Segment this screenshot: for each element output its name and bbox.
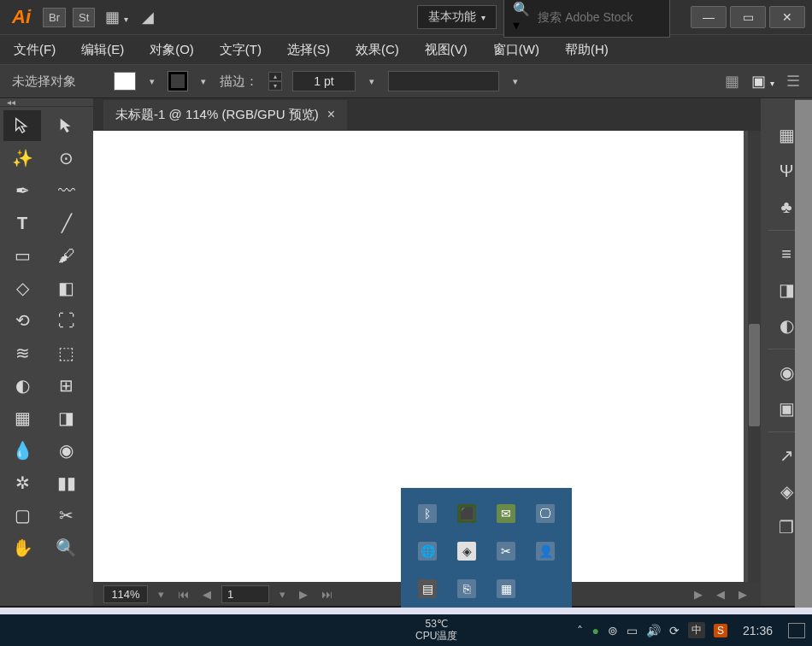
stroke-weight-dropdown[interactable]: ▾ (366, 76, 378, 87)
eraser-tool[interactable]: ◧ (48, 273, 85, 303)
stock-badge[interactable]: St (73, 8, 95, 27)
menu-edit[interactable]: 编辑(E) (76, 38, 129, 62)
shaper-tool[interactable]: ◇ (3, 273, 41, 303)
search-input[interactable] (538, 10, 661, 24)
battery-icon[interactable]: ▭ (627, 624, 638, 637)
notifications-icon[interactable] (788, 623, 805, 638)
fill-swatch[interactable] (114, 72, 136, 91)
width-tool[interactable]: ≋ (3, 338, 41, 368)
document-tab[interactable]: 未标题-1 @ 114% (RGB/GPU 预览) × (103, 100, 347, 130)
magic-wand-tool[interactable]: ✨ (3, 143, 41, 173)
sync-icon[interactable]: ⟳ (669, 624, 680, 637)
cpu-temp-widget[interactable]: 53℃ CPU温度 (403, 619, 469, 641)
lasso-tool[interactable]: ⊙ (48, 143, 85, 173)
app-tray-icon-5[interactable]: 👤 (536, 542, 555, 561)
menu-help[interactable]: 帮助(H) (560, 38, 614, 62)
artboard-tool[interactable]: ▢ (3, 500, 41, 531)
app-tray-icon-2[interactable]: 🌐 (418, 542, 437, 561)
wechat-tray-icon[interactable]: ● (591, 624, 598, 637)
rectangle-tool[interactable]: ▭ (3, 240, 41, 271)
collapse-tools-icon[interactable]: ◂◂ (7, 97, 15, 107)
menu-select[interactable]: 选择(S) (282, 38, 335, 62)
arrange-icon[interactable]: ▦ ▾ (102, 8, 132, 26)
ime-sogou[interactable]: S (714, 624, 727, 637)
ime-language[interactable]: 中 (688, 622, 705, 638)
mesh-tool[interactable]: ▦ (3, 402, 41, 433)
shape-builder-tool[interactable]: ◐ (3, 370, 41, 401)
line-segment-tool[interactable]: ╱ (48, 208, 85, 238)
display-tray-icon[interactable]: 🖵 (536, 504, 555, 523)
clock[interactable]: 21:36 (736, 624, 780, 637)
zoom-dropdown[interactable]: ▾ (155, 588, 168, 601)
menu-file[interactable]: 文件(F) (9, 38, 61, 62)
hand-tool[interactable]: ✋ (3, 532, 41, 563)
search-stock-field[interactable]: 🔍▾ (503, 0, 670, 38)
menu-object[interactable]: 对象(O) (144, 38, 199, 62)
stroke-weight-input[interactable] (292, 71, 356, 91)
bluetooth-tray-icon[interactable]: ᛒ (418, 504, 437, 523)
hscroll-right[interactable]: ▶ (691, 588, 706, 601)
volume-icon[interactable]: 🔊 (646, 624, 661, 637)
maximize-button[interactable]: ▭ (730, 6, 766, 28)
nav-prev[interactable]: ◀ (199, 588, 215, 601)
preferences-icon[interactable]: ☰ (786, 72, 800, 91)
hscroll-end[interactable]: ▶ (735, 588, 750, 601)
zoom-tool[interactable]: 🔍 (48, 532, 85, 563)
artboard-input[interactable] (221, 585, 269, 603)
nvidia-tray-icon[interactable]: ⬛ (457, 504, 476, 523)
menu-view[interactable]: 视图(V) (420, 38, 473, 62)
perspective-grid-tool[interactable]: ⊞ (48, 370, 85, 401)
pen-tool[interactable]: ✒ (3, 175, 41, 206)
app-tray-icon-1[interactable]: ✉ (497, 504, 515, 523)
curvature-tool[interactable]: 〰 (48, 175, 85, 206)
eyedropper-tool[interactable]: 💧 (3, 435, 41, 466)
column-graph-tool[interactable]: ▮▮ (48, 467, 85, 498)
bridge-badge[interactable]: Br (43, 8, 66, 27)
close-tab-icon[interactable]: × (327, 107, 335, 122)
vertical-scrollbar[interactable] (748, 131, 761, 582)
app-tray-icon-6[interactable]: ▤ (418, 579, 437, 598)
align-to-icon[interactable]: ▣ ▾ (751, 72, 774, 91)
symbol-sprayer-tool[interactable]: ✲ (3, 467, 41, 498)
blend-tool[interactable]: ◉ (48, 435, 85, 466)
app-frame-scroll[interactable] (795, 100, 812, 608)
nav-next[interactable]: ▶ (296, 588, 311, 601)
wifi-icon[interactable]: ⊚ (608, 624, 618, 637)
app-tray-icon-3[interactable]: ◈ (457, 542, 476, 561)
gpu-icon[interactable]: ◢ (138, 8, 157, 26)
align-panel-icon[interactable]: ▦ (725, 72, 739, 91)
stroke-down[interactable]: ▾ (268, 81, 282, 91)
selection-tool[interactable] (3, 110, 41, 141)
stroke-profile[interactable] (388, 71, 499, 91)
free-transform-tool[interactable]: ⬚ (48, 338, 85, 368)
rotate-tool[interactable]: ⟲ (3, 305, 41, 336)
title-bar: Ai Br St ▦ ▾ ◢ 基本功能 ▾ 🔍▾ — ▭ ✕ (0, 0, 812, 34)
menu-type[interactable]: 文字(T) (215, 38, 267, 62)
nav-first[interactable]: ⏮ (174, 588, 192, 601)
close-button[interactable]: ✕ (769, 6, 805, 28)
paintbrush-tool[interactable]: 🖌 (48, 240, 85, 271)
nav-last[interactable]: ⏭ (318, 588, 336, 601)
stroke-profile-dropdown[interactable]: ▾ (509, 76, 521, 87)
fill-dropdown[interactable]: ▾ (146, 76, 158, 87)
workspace-switcher[interactable]: 基本功能 ▾ (417, 5, 497, 29)
menu-effect[interactable]: 效果(C) (350, 38, 404, 62)
stroke-swatch[interactable] (168, 72, 187, 91)
stroke-up[interactable]: ▴ (268, 72, 282, 81)
zoom-input[interactable] (103, 585, 148, 603)
scroll-thumb[interactable] (749, 324, 760, 426)
minimize-button[interactable]: — (691, 6, 727, 28)
direct-selection-tool[interactable] (48, 110, 85, 141)
menu-window[interactable]: 窗口(W) (488, 38, 544, 62)
slice-tool[interactable]: ✂ (48, 500, 85, 531)
usb-tray-icon[interactable]: ⎘ (457, 579, 476, 598)
hscroll-left[interactable]: ◀ (713, 588, 728, 601)
tray-expand-icon[interactable]: ˄ (577, 624, 583, 637)
gradient-tool[interactable]: ◨ (48, 402, 85, 433)
type-tool[interactable]: T (3, 208, 41, 238)
app-tray-icon-4[interactable]: ✂ (497, 542, 515, 561)
scale-tool[interactable]: ⛶ (48, 305, 85, 336)
app-tray-icon-7[interactable]: ▦ (497, 579, 515, 598)
artboard-dropdown[interactable]: ▾ (276, 588, 289, 601)
stroke-dropdown[interactable]: ▾ (197, 76, 209, 87)
